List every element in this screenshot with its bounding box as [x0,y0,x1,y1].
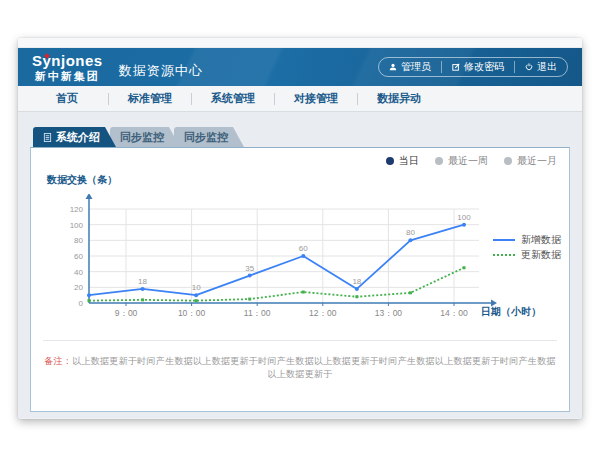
svg-text:120: 120 [70,205,84,214]
svg-text:12：00: 12：00 [309,308,337,318]
company-logo: Synjones 新中新集团 [32,53,103,82]
legend-item-1[interactable]: 更新数据 [493,247,561,262]
tab-bar: 系统介绍同步监控同步监控 [33,127,570,147]
svg-text:60: 60 [74,252,83,261]
radio-selected-icon [386,157,394,165]
radio-unselected-icon [504,157,512,165]
legend-label: 更新数据 [521,248,561,262]
svg-text:0: 0 [79,299,84,308]
radio-label: 当日 [399,154,419,168]
header-action-label: 退出 [537,60,557,74]
user-actions: 管理员修改密码退出 [378,57,568,77]
svg-text:80: 80 [406,228,415,237]
line-chart: 0204060801001209：0010：0011：0012：0013：001… [51,194,521,329]
window-top-strip [18,38,582,48]
edit-icon [452,63,460,71]
svg-text:18: 18 [352,277,361,286]
svg-text:10：00: 10：00 [178,308,206,318]
legend-swatch-icon [493,237,515,243]
x-axis-title: 日期（小时） [481,305,541,319]
svg-text:40: 40 [74,268,83,277]
document-icon [43,133,52,142]
chart-panel: 当日最近一周最近一月 数据交换（条） 0204060801001209：0010… [30,147,570,412]
radio-label: 最近一周 [448,154,488,168]
radio-option-2[interactable]: 最近一月 [504,154,557,168]
header-action-edit[interactable]: 修改密码 [441,61,514,73]
svg-text:13：00: 13：00 [375,308,403,318]
svg-text:9：00: 9：00 [115,308,138,318]
logo-text: Synjones [32,53,103,68]
svg-text:10: 10 [192,283,201,292]
nav-item-0[interactable]: 首页 [26,91,108,106]
content-area: 系统介绍同步监控同步监控 当日最近一周最近一月 数据交换（条） 02040608… [18,112,582,418]
nav-item-3[interactable]: 对接管理 [275,91,357,106]
logo-subtitle: 新中新集团 [32,71,103,82]
header-action-power[interactable]: 退出 [514,61,567,73]
tab-label: 系统介绍 [56,130,100,145]
svg-text:20: 20 [74,283,83,292]
svg-text:14：00: 14：00 [440,308,468,318]
nav-item-2[interactable]: 系统管理 [192,91,274,106]
footnote: 备注：以上数据更新于时间产生数据以上数据更新于时间产生数据以上数据更新于时间产生… [43,340,557,381]
nav-item-4[interactable]: 数据异动 [358,91,440,106]
footnote-text: 以上数据更新于时间产生数据以上数据更新于时间产生数据以上数据更新于时间产生数据以… [72,356,556,379]
svg-text:80: 80 [74,236,83,245]
svg-text:11：00: 11：00 [244,308,271,318]
tab-2[interactable]: 同步监控 [174,127,244,147]
main-nav: 首页标准管理系统管理对接管理数据异动 [18,86,582,112]
tab-label: 同步监控 [120,130,164,145]
header-action-user[interactable]: 管理员 [379,61,441,73]
radio-option-0[interactable]: 当日 [386,154,419,168]
radio-option-1[interactable]: 最近一周 [435,154,488,168]
time-range-filter: 当日最近一周最近一月 [386,154,557,168]
tab-label: 同步监控 [184,130,228,145]
legend-swatch-icon [493,252,515,258]
radio-unselected-icon [435,157,443,165]
legend-item-0[interactable]: 新增数据 [493,232,561,247]
chart-legend: 新增数据更新数据 [493,232,561,262]
logo-accent-icon: y [43,52,52,69]
legend-label: 新增数据 [521,233,561,247]
svg-text:18: 18 [138,277,147,286]
app-header: Synjones 新中新集团 数据资源中心 管理员修改密码退出 [18,48,582,86]
svg-text:35: 35 [245,264,254,273]
tab-1[interactable]: 同步监控 [110,127,180,147]
tab-0[interactable]: 系统介绍 [33,127,116,147]
nav-item-1[interactable]: 标准管理 [109,91,191,106]
svg-text:60: 60 [299,244,308,253]
svg-text:100: 100 [70,221,84,230]
app-window: Synjones 新中新集团 数据资源中心 管理员修改密码退出 首页标准管理系统… [18,38,582,419]
page-title: 数据资源中心 [119,54,203,80]
y-axis-title: 数据交换（条） [47,173,117,187]
svg-text:100: 100 [457,213,471,222]
header-action-label: 管理员 [401,60,431,74]
user-icon [389,63,397,71]
header-action-label: 修改密码 [464,60,504,74]
radio-label: 最近一月 [517,154,557,168]
power-icon [525,63,533,71]
footnote-label: 备注： [44,356,72,366]
